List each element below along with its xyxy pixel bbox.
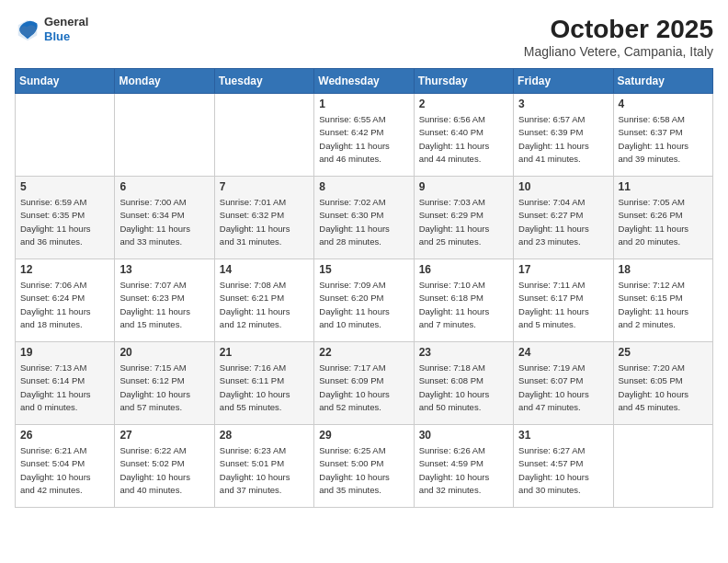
day-info: Sunrise: 7:20 AM Sunset: 6:05 PM Dayligh… xyxy=(619,362,708,414)
weekday-header-wednesday: Wednesday xyxy=(314,69,414,94)
title-block: October 2025 Magliano Vetere, Campania, … xyxy=(524,15,713,59)
calendar-cell: 7Sunrise: 7:01 AM Sunset: 6:32 PM Daylig… xyxy=(214,177,313,259)
calendar-cell: 11Sunrise: 7:05 AM Sunset: 6:26 PM Dayli… xyxy=(613,177,712,259)
calendar-cell: 2Sunrise: 6:56 AM Sunset: 6:40 PM Daylig… xyxy=(414,94,513,177)
day-info: Sunrise: 7:15 AM Sunset: 6:12 PM Dayligh… xyxy=(119,362,209,414)
week-row-4: 19Sunrise: 7:13 AM Sunset: 6:14 PM Dayli… xyxy=(16,342,713,425)
calendar-cell xyxy=(214,94,313,177)
day-number: 7 xyxy=(220,180,309,193)
day-info: Sunrise: 7:08 AM Sunset: 6:21 PM Dayligh… xyxy=(220,279,309,331)
day-number: 22 xyxy=(319,346,408,359)
calendar-cell: 26Sunrise: 6:21 AM Sunset: 5:04 PM Dayli… xyxy=(16,425,115,508)
day-number: 19 xyxy=(20,346,109,359)
day-info: Sunrise: 7:00 AM Sunset: 6:34 PM Dayligh… xyxy=(119,196,209,248)
logo-icon xyxy=(15,17,40,42)
calendar-cell: 3Sunrise: 6:57 AM Sunset: 6:39 PM Daylig… xyxy=(514,94,613,177)
calendar-cell: 23Sunrise: 7:18 AM Sunset: 6:08 PM Dayli… xyxy=(414,342,513,425)
calendar-cell: 28Sunrise: 6:23 AM Sunset: 5:01 PM Dayli… xyxy=(214,425,313,508)
day-number: 14 xyxy=(220,263,309,276)
calendar-cell: 27Sunrise: 6:22 AM Sunset: 5:02 PM Dayli… xyxy=(115,425,214,508)
day-info: Sunrise: 7:10 AM Sunset: 6:18 PM Dayligh… xyxy=(419,279,508,331)
day-number: 8 xyxy=(319,180,408,193)
day-info: Sunrise: 6:26 AM Sunset: 4:59 PM Dayligh… xyxy=(419,444,508,497)
day-number: 30 xyxy=(419,429,508,442)
calendar-cell: 31Sunrise: 6:27 AM Sunset: 4:57 PM Dayli… xyxy=(514,425,613,508)
day-number: 31 xyxy=(518,429,608,442)
logo-text: General Blue xyxy=(44,15,88,43)
day-info: Sunrise: 6:56 AM Sunset: 6:40 PM Dayligh… xyxy=(419,113,508,166)
calendar-table: SundayMondayTuesdayWednesdayThursdayFrid… xyxy=(15,68,713,508)
day-number: 6 xyxy=(119,180,209,193)
calendar-cell: 24Sunrise: 7:19 AM Sunset: 6:07 PM Dayli… xyxy=(514,342,613,425)
day-number: 1 xyxy=(319,98,408,110)
day-info: Sunrise: 7:13 AM Sunset: 6:14 PM Dayligh… xyxy=(20,362,109,414)
calendar-cell: 30Sunrise: 6:26 AM Sunset: 4:59 PM Dayli… xyxy=(414,425,513,508)
calendar-cell: 22Sunrise: 7:17 AM Sunset: 6:09 PM Dayli… xyxy=(314,342,414,425)
weekday-header-saturday: Saturday xyxy=(613,69,712,94)
day-number: 10 xyxy=(518,180,608,193)
calendar-cell: 10Sunrise: 7:04 AM Sunset: 6:27 PM Dayli… xyxy=(514,177,613,259)
day-info: Sunrise: 7:18 AM Sunset: 6:08 PM Dayligh… xyxy=(419,362,508,414)
day-number: 28 xyxy=(220,429,309,442)
day-info: Sunrise: 7:06 AM Sunset: 6:24 PM Dayligh… xyxy=(20,279,109,331)
week-row-2: 5Sunrise: 6:59 AM Sunset: 6:35 PM Daylig… xyxy=(16,177,713,259)
day-number: 5 xyxy=(20,180,109,193)
week-row-3: 12Sunrise: 7:06 AM Sunset: 6:24 PM Dayli… xyxy=(16,259,713,342)
day-info: Sunrise: 6:55 AM Sunset: 6:42 PM Dayligh… xyxy=(319,113,408,166)
month-title: October 2025 xyxy=(524,15,713,44)
day-number: 29 xyxy=(319,429,408,442)
calendar-cell xyxy=(16,94,115,177)
day-info: Sunrise: 7:03 AM Sunset: 6:29 PM Dayligh… xyxy=(419,196,508,248)
day-number: 15 xyxy=(319,263,408,276)
day-info: Sunrise: 7:01 AM Sunset: 6:32 PM Dayligh… xyxy=(220,196,309,248)
weekday-header-sunday: Sunday xyxy=(16,69,115,94)
weekday-header-tuesday: Tuesday xyxy=(214,69,313,94)
day-number: 11 xyxy=(619,180,708,193)
calendar-cell: 12Sunrise: 7:06 AM Sunset: 6:24 PM Dayli… xyxy=(16,259,115,342)
day-info: Sunrise: 6:27 AM Sunset: 4:57 PM Dayligh… xyxy=(518,444,608,497)
day-info: Sunrise: 7:07 AM Sunset: 6:23 PM Dayligh… xyxy=(119,279,209,331)
day-info: Sunrise: 6:25 AM Sunset: 5:00 PM Dayligh… xyxy=(319,444,408,497)
day-number: 12 xyxy=(20,263,109,276)
calendar-cell: 4Sunrise: 6:58 AM Sunset: 6:37 PM Daylig… xyxy=(613,94,712,177)
day-info: Sunrise: 7:11 AM Sunset: 6:17 PM Dayligh… xyxy=(518,279,608,331)
day-number: 18 xyxy=(619,263,708,276)
calendar-cell: 21Sunrise: 7:16 AM Sunset: 6:11 PM Dayli… xyxy=(214,342,313,425)
logo: General Blue xyxy=(15,15,88,43)
day-info: Sunrise: 6:59 AM Sunset: 6:35 PM Dayligh… xyxy=(20,196,109,248)
weekday-header-row: SundayMondayTuesdayWednesdayThursdayFrid… xyxy=(16,69,713,94)
day-info: Sunrise: 6:21 AM Sunset: 5:04 PM Dayligh… xyxy=(20,444,109,497)
day-info: Sunrise: 7:19 AM Sunset: 6:07 PM Dayligh… xyxy=(518,362,608,414)
day-info: Sunrise: 6:22 AM Sunset: 5:02 PM Dayligh… xyxy=(119,444,209,497)
day-number: 3 xyxy=(518,98,608,110)
day-info: Sunrise: 7:17 AM Sunset: 6:09 PM Dayligh… xyxy=(319,362,408,414)
day-number: 27 xyxy=(119,429,209,442)
week-row-5: 26Sunrise: 6:21 AM Sunset: 5:04 PM Dayli… xyxy=(16,425,713,508)
day-number: 24 xyxy=(518,346,608,359)
calendar-cell: 25Sunrise: 7:20 AM Sunset: 6:05 PM Dayli… xyxy=(613,342,712,425)
calendar-cell: 18Sunrise: 7:12 AM Sunset: 6:15 PM Dayli… xyxy=(613,259,712,342)
page-header: General Blue October 2025 Magliano Veter… xyxy=(15,15,713,59)
day-info: Sunrise: 6:57 AM Sunset: 6:39 PM Dayligh… xyxy=(518,113,608,166)
day-number: 26 xyxy=(20,429,109,442)
day-number: 16 xyxy=(419,263,508,276)
day-number: 4 xyxy=(619,98,708,110)
weekday-header-monday: Monday xyxy=(115,69,214,94)
day-info: Sunrise: 7:05 AM Sunset: 6:26 PM Dayligh… xyxy=(619,196,708,248)
calendar-cell: 20Sunrise: 7:15 AM Sunset: 6:12 PM Dayli… xyxy=(115,342,214,425)
day-number: 21 xyxy=(220,346,309,359)
day-info: Sunrise: 7:09 AM Sunset: 6:20 PM Dayligh… xyxy=(319,279,408,331)
calendar-cell: 19Sunrise: 7:13 AM Sunset: 6:14 PM Dayli… xyxy=(16,342,115,425)
day-number: 23 xyxy=(419,346,508,359)
calendar-cell: 8Sunrise: 7:02 AM Sunset: 6:30 PM Daylig… xyxy=(314,177,414,259)
calendar-cell: 13Sunrise: 7:07 AM Sunset: 6:23 PM Dayli… xyxy=(115,259,214,342)
calendar-cell: 9Sunrise: 7:03 AM Sunset: 6:29 PM Daylig… xyxy=(414,177,513,259)
day-info: Sunrise: 7:04 AM Sunset: 6:27 PM Dayligh… xyxy=(518,196,608,248)
week-row-1: 1Sunrise: 6:55 AM Sunset: 6:42 PM Daylig… xyxy=(16,94,713,177)
calendar-cell xyxy=(115,94,214,177)
weekday-header-friday: Friday xyxy=(514,69,613,94)
day-number: 20 xyxy=(119,346,209,359)
calendar-cell xyxy=(613,425,712,508)
day-number: 17 xyxy=(518,263,608,276)
day-info: Sunrise: 7:12 AM Sunset: 6:15 PM Dayligh… xyxy=(619,279,708,331)
